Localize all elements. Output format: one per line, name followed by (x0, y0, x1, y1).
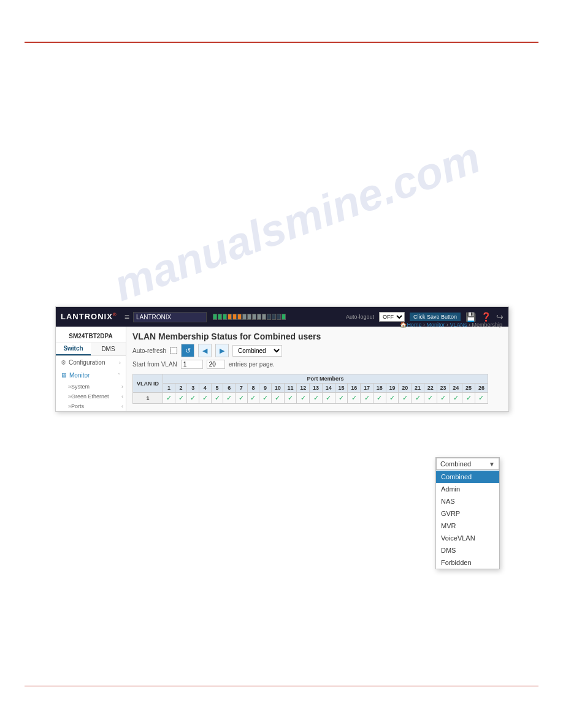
system-label: System (71, 384, 90, 390)
refresh-button[interactable]: ↺ (181, 344, 194, 357)
combined-dropdown[interactable]: Combined Admin NAS GVRP MVR VoiceVLAN DM… (232, 345, 282, 357)
sidebar-submenu: System › Green Ethernet ‹ Ports ‹ (56, 382, 126, 411)
port-box (223, 314, 227, 320)
top-decorative-line (25, 42, 538, 43)
port-box (262, 314, 266, 320)
breadcrumb-monitor[interactable]: Monitor (426, 322, 445, 328)
col-16: 16 (348, 384, 361, 393)
port-box (277, 314, 281, 320)
port-member-5: ✓ (211, 393, 223, 404)
chevron-right-icon: ‹ (121, 403, 123, 409)
sidebar-configuration-label: Configuration (69, 359, 105, 366)
port-member-17: ✓ (361, 393, 373, 404)
sidebar-submenu-ports[interactable]: Ports ‹ (66, 401, 126, 411)
port-member-24: ✓ (450, 393, 462, 404)
device-model: SM24TBT2DPA (56, 330, 126, 343)
dropdown-popup-selected-value: Combined (440, 460, 471, 468)
start-from-label: Start from VLAN (132, 361, 177, 368)
dropdown-option-gvrp[interactable]: GVRP (436, 507, 499, 520)
vlan-table: VLAN ID Port Members 1 2 3 4 5 6 7 8 (132, 374, 488, 404)
dropdown-option-mvr[interactable]: MVR (436, 520, 499, 532)
col-3: 3 (187, 384, 199, 393)
auto-logout-select[interactable]: OFF 30 60 (379, 312, 405, 322)
breadcrumb-vlans[interactable]: VLANs (450, 322, 467, 328)
sidebar-submenu-system[interactable]: System › (66, 382, 126, 392)
port-member-1: ✓ (163, 393, 175, 404)
port-member-26: ✓ (475, 393, 488, 404)
port-member-12: ✓ (297, 393, 310, 404)
device-selector-input[interactable] (133, 312, 207, 322)
port-member-13: ✓ (310, 393, 323, 404)
col-19: 19 (386, 384, 399, 393)
col-17: 17 (361, 384, 373, 393)
tab-switch[interactable]: Switch (56, 343, 91, 355)
dropdown-popup: Combined ▼ Combined Admin NAS GVRP MVR V… (435, 457, 500, 569)
port-box (218, 314, 222, 320)
dropdown-arrow-icon: ▼ (489, 461, 495, 468)
sidebar-item-configuration[interactable]: ⚙ Configuration › (56, 356, 126, 369)
auto-refresh-checkbox[interactable] (170, 347, 177, 354)
port-member-19: ✓ (386, 393, 399, 404)
port-box (237, 314, 242, 320)
chevron-down-icon: ˅ (118, 373, 121, 379)
port-member-3: ✓ (187, 393, 199, 404)
port-member-20: ✓ (399, 393, 412, 404)
dropdown-option-forbidden[interactable]: Forbidden (436, 556, 499, 569)
dropdown-option-admin[interactable]: Admin (436, 483, 499, 495)
start-row: Start from VLAN entries per page. (132, 360, 502, 369)
help-icon-btn[interactable]: ❓ (481, 312, 491, 322)
port-member-23: ✓ (437, 393, 450, 404)
col-23: 23 (437, 384, 450, 393)
controls-row: Auto-refresh ↺ ◀ ▶ Combined Admin NAS GV… (132, 344, 502, 357)
port-box (232, 314, 237, 320)
content-area: VLAN Membership Status for Combined user… (126, 327, 508, 411)
port-box (242, 314, 247, 320)
dropdown-option-nas[interactable]: NAS (436, 495, 499, 507)
col-7: 7 (235, 384, 247, 393)
col-8: 8 (247, 384, 259, 393)
sidebar-item-monitor[interactable]: 🖥 Monitor ˅ (56, 369, 126, 382)
auto-logout-label: Auto-logout (346, 314, 374, 320)
col-5: 5 (211, 384, 223, 393)
col-1: 1 (163, 384, 175, 393)
dropdown-option-combined[interactable]: Combined (436, 471, 499, 483)
vlan-id-header: VLAN ID (133, 374, 163, 393)
port-diagram (213, 314, 286, 320)
port-member-10: ✓ (271, 393, 284, 404)
auto-refresh-label: Auto-refresh (132, 347, 166, 354)
port-box (257, 314, 261, 320)
col-14: 14 (322, 384, 335, 393)
bottom-decorative-line (25, 686, 538, 686)
next-button[interactable]: ▶ (215, 344, 229, 357)
sidebar-submenu-green-ethernet[interactable]: Green Ethernet ‹ (66, 392, 126, 401)
vlan-table-wrapper: VLAN ID Port Members 1 2 3 4 5 6 7 8 (132, 374, 502, 404)
save-disk-icon-btn[interactable]: 💾 (465, 312, 476, 322)
port-box (213, 314, 217, 320)
prev-button[interactable]: ◀ (198, 344, 212, 357)
monitor-icon: 🖥 (61, 372, 67, 379)
tab-dms[interactable]: DMS (91, 343, 126, 355)
dropdown-option-voicevlan[interactable]: VoiceVLAN (436, 532, 499, 544)
chevron-icon: › (119, 360, 121, 366)
port-members-header: Port Members (163, 374, 488, 384)
main-area: SM24TBT2DPA Switch DMS ⚙ Configuration ›… (56, 327, 508, 411)
entries-per-page-input[interactable] (207, 360, 225, 369)
hamburger-icon[interactable]: ≡ (124, 312, 129, 322)
port-member-6: ✓ (223, 393, 236, 404)
save-button[interactable]: Click Save Button (410, 313, 461, 321)
nav-right: Auto-logout OFF 30 60 Click Save Button … (346, 312, 504, 322)
sidebar: SM24TBT2DPA Switch DMS ⚙ Configuration ›… (56, 327, 126, 411)
col-25: 25 (462, 384, 475, 393)
dropdown-popup-header[interactable]: Combined ▼ (436, 458, 499, 470)
logo-area: LANTRONIX® (61, 312, 117, 321)
col-18: 18 (373, 384, 386, 393)
breadcrumb-home[interactable]: 🏠Home (400, 322, 421, 328)
port-member-9: ✓ (259, 393, 272, 404)
port-numbers-row: 1 2 3 4 5 6 7 8 9 10 11 12 13 (133, 384, 488, 393)
start-from-input[interactable] (181, 360, 203, 369)
screenshot-container: LANTRONIX® ≡ (55, 306, 509, 412)
col-22: 22 (424, 384, 437, 393)
logout-icon-btn[interactable]: ↪ (496, 312, 504, 322)
col-26: 26 (475, 384, 488, 393)
dropdown-option-dms[interactable]: DMS (436, 544, 499, 556)
